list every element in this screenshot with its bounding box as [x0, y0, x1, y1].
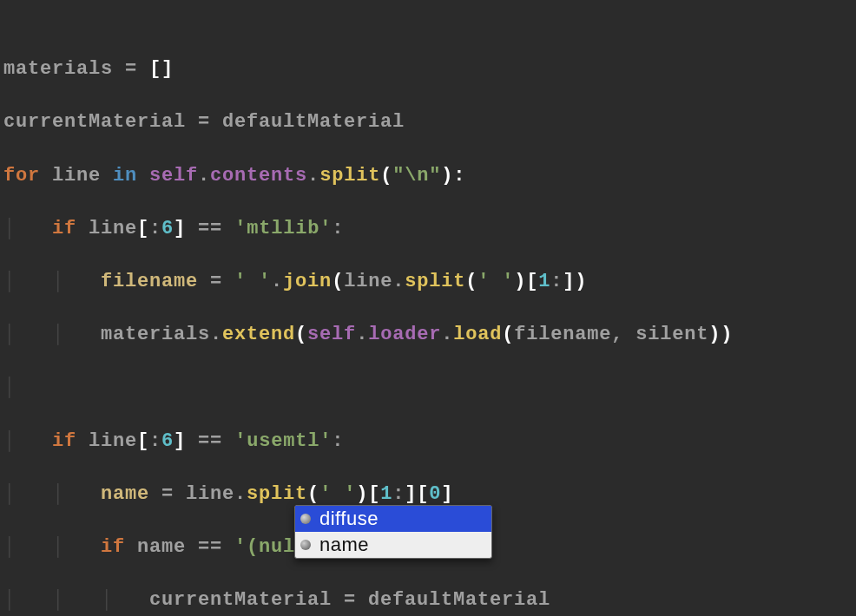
- code-line: currentMaterial = defaultMaterial: [3, 109, 856, 136]
- autocomplete-item[interactable]: diffuse: [295, 506, 491, 532]
- autocomplete-label: name: [319, 534, 369, 556]
- token-variable: materials: [3, 58, 113, 80]
- field-icon: [300, 514, 311, 524]
- code-line: materials = []: [3, 56, 856, 83]
- autocomplete-item[interactable]: name: [295, 532, 491, 558]
- autocomplete-popup[interactable]: diffuse name: [294, 505, 492, 559]
- code-line: │ │ filename = ' '.join(line.split(' ')[…: [3, 269, 856, 296]
- token-keyword: for: [3, 165, 52, 187]
- code-line: │ │ │ currentMaterial = defaultMaterial: [3, 587, 856, 614]
- code-line: │: [3, 375, 856, 402]
- code-line: │ │ materials.extend(self.loader.load(fi…: [3, 322, 856, 349]
- code-line: │ │ name = line.split(' ')[1:][0]: [3, 482, 856, 508]
- field-icon: [300, 540, 311, 550]
- code-line: │ if line[:6] == 'usemtl':: [3, 429, 856, 455]
- autocomplete-label: diffuse: [319, 508, 379, 530]
- code-line: for line in self.contents.split("\n"):: [3, 163, 856, 190]
- code-line: │ if line[:6] == 'mtllib':: [3, 216, 856, 243]
